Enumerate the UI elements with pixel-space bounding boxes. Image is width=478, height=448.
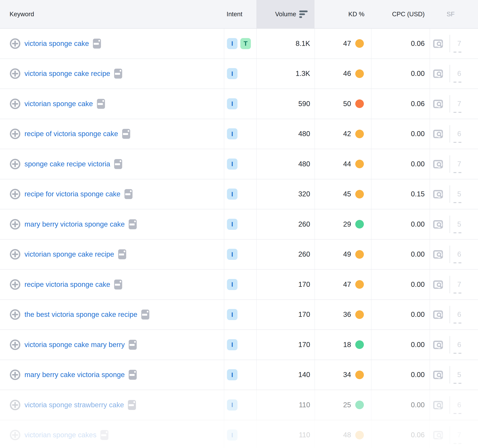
column-header-sf[interactable]: SF [430, 0, 478, 28]
serp-snapshot-icon[interactable] [118, 249, 126, 259]
intent-badge-i[interactable]: I [227, 128, 238, 139]
add-keyword-button[interactable] [10, 339, 21, 350]
serp-snapshot-icon[interactable] [100, 430, 109, 440]
sf-count[interactable]: 6 [453, 401, 461, 409]
add-keyword-button[interactable] [10, 189, 21, 200]
sf-count[interactable]: 6 [453, 130, 461, 138]
serp-preview-icon[interactable] [433, 309, 443, 320]
add-keyword-button[interactable] [10, 249, 21, 260]
cpc-cell: 0.00 [371, 270, 430, 299]
serp-snapshot-icon[interactable] [124, 189, 133, 199]
serp-preview-icon[interactable] [433, 38, 443, 49]
keyword-link[interactable]: victoria sponge strawberry cake [25, 401, 124, 409]
serp-snapshot-icon[interactable] [114, 159, 122, 169]
column-header-kd[interactable]: KD % [314, 0, 371, 28]
keyword-link[interactable]: victorian sponge cakes [25, 431, 96, 439]
serp-preview-icon[interactable] [433, 128, 443, 139]
sf-count[interactable]: 7 [453, 431, 461, 439]
keyword-link[interactable]: sponge cake recipe victoria [25, 160, 110, 168]
keyword-link[interactable]: victoria sponge cake recipe [25, 69, 110, 78]
add-keyword-button[interactable] [10, 309, 21, 320]
kd-difficulty-dot [355, 401, 364, 409]
serp-preview-icon[interactable] [433, 249, 443, 260]
sf-count[interactable]: 7 [453, 280, 461, 289]
add-keyword-button[interactable] [10, 38, 21, 49]
add-keyword-button[interactable] [10, 369, 21, 380]
serp-preview-icon[interactable] [433, 430, 443, 440]
keyword-link[interactable]: victorian sponge cake [25, 100, 93, 108]
column-header-intent[interactable]: Intent [224, 0, 256, 28]
sf-count[interactable]: 6 [453, 310, 461, 319]
volume-cell: 170 [256, 330, 314, 360]
sf-count[interactable]: 7 [453, 160, 461, 168]
keyword-link[interactable]: victorian sponge cake recipe [25, 250, 114, 258]
sort-descending-icon[interactable] [299, 11, 308, 18]
add-keyword-button[interactable] [10, 399, 21, 410]
keyword-link[interactable]: victoria sponge cake [25, 40, 89, 48]
intent-badge-i[interactable]: I [227, 429, 238, 441]
column-header-cpc[interactable]: CPC (USD) [371, 0, 430, 28]
intent-badge-i[interactable]: I [227, 309, 238, 320]
add-keyword-button[interactable] [10, 219, 21, 230]
sf-count[interactable]: 5 [453, 371, 461, 379]
volume-cell: 480 [256, 119, 314, 149]
keyword-link[interactable]: recipe for victoria sponge cake [25, 190, 120, 198]
add-keyword-button[interactable] [10, 128, 21, 139]
add-keyword-button[interactable] [10, 279, 21, 290]
keyword-link[interactable]: mary berry victoria sponge cake [25, 220, 125, 228]
column-header-volume[interactable]: Volume [256, 0, 314, 28]
kd-value: 29 [343, 220, 351, 228]
sf-count[interactable]: 7 [453, 100, 461, 108]
serp-preview-icon[interactable] [433, 159, 443, 169]
intent-badge-i[interactable]: I [227, 38, 238, 49]
intent-badge-i[interactable]: I [227, 219, 238, 230]
serp-snapshot-icon[interactable] [122, 129, 130, 139]
serp-preview-icon[interactable] [433, 68, 443, 79]
keyword-link[interactable]: recipe victoria sponge cake [25, 280, 110, 289]
intent-badge-i[interactable]: I [227, 189, 238, 200]
serp-preview-icon[interactable] [433, 279, 443, 290]
add-keyword-button[interactable] [10, 158, 21, 170]
add-keyword-button[interactable] [10, 98, 21, 109]
intent-cell: IT [224, 29, 256, 58]
serp-snapshot-icon[interactable] [128, 370, 137, 380]
sf-count[interactable]: 6 [453, 341, 461, 349]
serp-preview-icon[interactable] [433, 400, 443, 410]
serp-snapshot-icon[interactable] [114, 69, 122, 79]
intent-badge-i[interactable]: I [227, 249, 238, 260]
serp-snapshot-icon[interactable] [97, 99, 105, 109]
serp-preview-icon[interactable] [433, 369, 443, 380]
serp-preview-icon[interactable] [433, 219, 443, 230]
intent-badge-t[interactable]: T [240, 38, 251, 49]
intent-badge-i[interactable]: I [227, 369, 238, 380]
intent-badge-i[interactable]: I [227, 98, 238, 109]
sf-count[interactable]: 6 [453, 250, 461, 258]
sf-count[interactable]: 5 [453, 190, 461, 198]
intent-badge-i[interactable]: I [227, 158, 238, 170]
add-keyword-button[interactable] [10, 429, 21, 441]
sf-count[interactable]: 5 [453, 220, 461, 228]
serp-preview-icon[interactable] [433, 189, 443, 199]
serp-snapshot-icon[interactable] [128, 340, 137, 350]
serp-preview-icon[interactable] [433, 98, 443, 109]
serp-snapshot-icon[interactable] [128, 219, 137, 229]
intent-badge-i[interactable]: I [227, 68, 238, 79]
serp-snapshot-icon[interactable] [128, 400, 136, 410]
column-header-keyword[interactable]: Keyword [0, 0, 224, 28]
add-keyword-button[interactable] [10, 68, 21, 79]
serp-snapshot-icon[interactable] [114, 279, 122, 290]
keyword-cell: victorian sponge cakes [0, 420, 224, 448]
sf-count[interactable]: 6 [453, 69, 461, 78]
keyword-link[interactable]: recipe of victoria sponge cake [25, 130, 118, 138]
sf-count[interactable]: 7 [453, 40, 461, 48]
keyword-link[interactable]: mary berry cake victoria sponge [25, 371, 125, 379]
serp-snapshot-icon[interactable] [93, 38, 101, 49]
intent-badge-i[interactable]: I [227, 279, 238, 290]
serp-snapshot-icon[interactable] [141, 309, 150, 320]
keyword-link[interactable]: victoria sponge cake mary berry [25, 341, 125, 349]
serp-preview-icon[interactable] [433, 339, 443, 350]
intent-badge-i[interactable]: I [227, 339, 238, 350]
intent-badge-i[interactable]: I [227, 399, 238, 410]
keyword-link[interactable]: the best victoria sponge cake recipe [25, 310, 137, 319]
keyword-cell: victorian sponge cake recipe [0, 240, 224, 269]
